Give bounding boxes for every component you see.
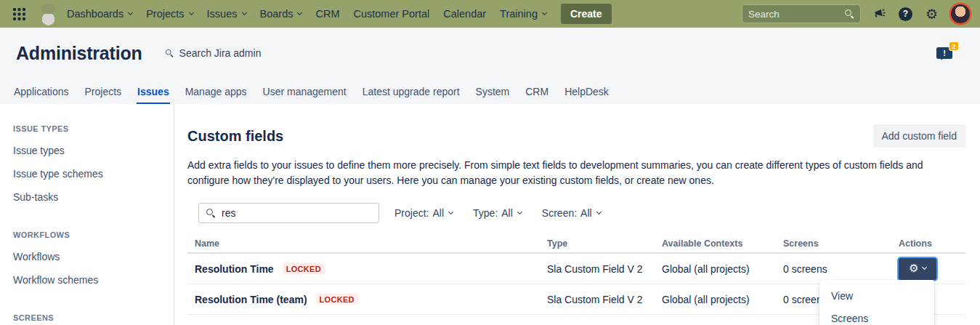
sidebar-item-workflows[interactable]: Workflows: [13, 245, 174, 268]
nav-calendar[interactable]: Calendar: [443, 8, 486, 20]
nav-crm[interactable]: CRM: [315, 8, 339, 20]
sidebar: ISSUE TYPES Issue types Issue type schem…: [0, 104, 174, 325]
field-name: Resolution Time (team): [195, 294, 307, 305]
nav-label: Issues: [207, 8, 238, 20]
tab-crm[interactable]: CRM: [525, 79, 549, 104]
section-description: Add extra fields to your issues to defin…: [187, 158, 965, 188]
nav-label: Customer Portal: [353, 8, 429, 20]
chevron-down-icon: [517, 209, 522, 214]
admin-header-zone: Administration Search Jira admin ! 2 App…: [0, 28, 980, 104]
filter-project[interactable]: Project:All: [394, 207, 453, 219]
nav-right-cluster: ? ⚙: [742, 4, 970, 23]
filter-row: Project:All Type:All Screen:All: [187, 203, 965, 223]
feedback-button[interactable]: ! 2: [936, 47, 952, 59]
gear-icon[interactable]: ⚙: [926, 7, 938, 21]
nav-label: Training: [500, 8, 538, 20]
field-screens: 0 screens: [783, 263, 899, 275]
table-header-row: Name Type Available Contexts Screens Act…: [187, 235, 965, 254]
field-name: Resolution Time: [195, 263, 274, 275]
tab-system[interactable]: System: [475, 79, 511, 104]
row-actions-button[interactable]: ⚙: [899, 258, 936, 280]
top-nav: Dashboards Projects Issues Boards CRM Cu…: [0, 0, 980, 28]
field-type: Sla Custom Field V 2: [547, 263, 662, 275]
page-title: Administration: [16, 43, 142, 64]
chevron-down-icon: [241, 9, 246, 15]
filter-label: Type:: [473, 207, 498, 219]
search-icon: [844, 9, 854, 19]
nav-label: Dashboards: [67, 8, 123, 20]
field-type: Sla Custom Field V 2: [547, 294, 662, 305]
actions-dropdown-menu: View Screens: [819, 280, 934, 325]
field-contexts: Global (all projects): [662, 294, 783, 305]
nav-label: Projects: [146, 8, 184, 20]
locked-badge: LOCKED: [283, 263, 325, 274]
filter-value: All: [501, 207, 513, 219]
field-contexts: Global (all projects): [662, 263, 783, 275]
chevron-down-icon: [542, 9, 547, 15]
nav-label: Boards: [260, 8, 293, 20]
app-switcher-icon[interactable]: [13, 8, 25, 20]
chevron-down-icon: [128, 9, 133, 15]
locked-badge: LOCKED: [316, 294, 358, 305]
help-icon[interactable]: ?: [899, 7, 912, 21]
admin-search-label: Search Jira admin: [179, 47, 262, 59]
admin-tabs: Applications Projects Issues Manage apps…: [0, 79, 980, 104]
custom-field-search[interactable]: [198, 203, 379, 223]
chevron-down-icon: [297, 9, 302, 15]
tab-user-management[interactable]: User management: [262, 79, 347, 104]
filter-value: All: [432, 207, 444, 219]
sidebar-section-issue-types: ISSUE TYPES: [13, 124, 174, 133]
gear-icon: ⚙: [909, 263, 918, 274]
sidebar-item-sub-tasks[interactable]: Sub-tasks: [13, 185, 174, 209]
chevron-down-icon: [596, 209, 602, 214]
create-button[interactable]: Create: [561, 4, 612, 24]
filter-label: Screen:: [542, 207, 577, 219]
col-type: Type: [547, 238, 662, 249]
tab-issues[interactable]: Issues: [137, 79, 170, 104]
sidebar-item-issue-type-schemes[interactable]: Issue type schemes: [13, 162, 174, 185]
nav-training[interactable]: Training: [500, 8, 546, 20]
sidebar-section-screens: SCREENS: [13, 313, 174, 322]
megaphone-icon[interactable]: [874, 8, 886, 20]
nav-customer-portal[interactable]: Customer Portal: [353, 8, 429, 20]
menu-item-screens[interactable]: Screens: [819, 308, 934, 325]
sidebar-section-workflows: WORKFLOWS: [13, 230, 174, 239]
user-avatar[interactable]: [951, 4, 970, 23]
global-search[interactable]: [742, 4, 861, 23]
nav-projects[interactable]: Projects: [146, 8, 193, 20]
admin-search[interactable]: Search Jira admin: [164, 47, 262, 59]
nav-dashboards[interactable]: Dashboards: [67, 8, 132, 20]
tab-manage-apps[interactable]: Manage apps: [185, 79, 248, 104]
col-actions: Actions: [899, 238, 965, 249]
search-icon: [165, 49, 174, 57]
col-screens: Screens: [783, 238, 899, 249]
custom-field-search-input[interactable]: [222, 207, 352, 219]
tab-projects[interactable]: Projects: [84, 79, 123, 104]
col-name: Name: [187, 238, 547, 249]
chevron-down-icon: [922, 265, 927, 270]
nav-label: Calendar: [443, 8, 486, 20]
col-available-contexts: Available Contexts: [662, 238, 783, 249]
section-title: Custom fields: [187, 128, 283, 145]
admin-header: Administration Search Jira admin ! 2: [0, 28, 980, 79]
global-search-input[interactable]: [748, 9, 844, 20]
filter-label: Project:: [394, 207, 429, 219]
filter-type[interactable]: Type:All: [473, 207, 522, 219]
chevron-down-icon: [448, 209, 453, 214]
nav-label: CRM: [315, 8, 339, 20]
menu-item-view[interactable]: View: [819, 285, 934, 308]
tab-applications[interactable]: Applications: [13, 79, 70, 104]
filter-screen[interactable]: Screen:All: [542, 207, 601, 219]
filter-value: All: [580, 207, 592, 219]
chevron-down-icon: [189, 9, 194, 15]
search-icon: [206, 208, 216, 218]
tab-latest-upgrade-report[interactable]: Latest upgrade report: [362, 79, 461, 104]
nav-issues[interactable]: Issues: [207, 8, 246, 20]
nav-boards[interactable]: Boards: [260, 8, 302, 20]
sidebar-item-workflow-schemes[interactable]: Workflow schemes: [13, 268, 174, 292]
add-custom-field-button[interactable]: Add custom field: [873, 124, 966, 148]
tab-helpdesk[interactable]: HelpDesk: [564, 79, 610, 104]
nav-menu: Dashboards Projects Issues Boards CRM Cu…: [67, 8, 546, 20]
sidebar-item-issue-types[interactable]: Issue types: [13, 139, 174, 162]
jira-logo[interactable]: [39, 3, 58, 25]
